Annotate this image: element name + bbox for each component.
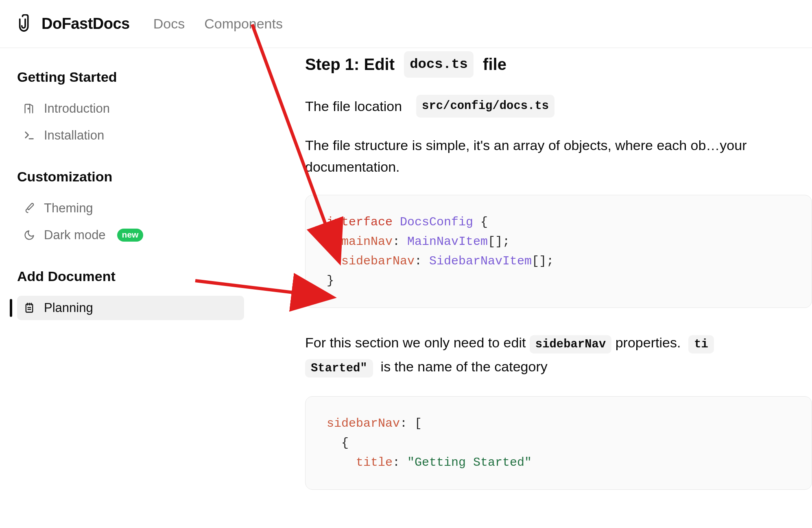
doc-content: Step 1: Edit docs.ts file The file locat… — [244, 48, 812, 513]
new-badge: new — [117, 229, 144, 242]
heading-prefix: Step 1: Edit — [305, 52, 395, 77]
nav-components[interactable]: Components — [204, 16, 283, 32]
sidebar-item-installation[interactable]: Installation — [17, 123, 244, 148]
inline-code: sidebarNav — [530, 335, 611, 353]
edit-note-paragraph: For this section we only need to edit si… — [305, 331, 812, 379]
file-path-code: src/config/docs.ts — [416, 95, 554, 118]
sidebar-item-introduction[interactable]: Introduction — [17, 96, 244, 121]
brush-icon — [23, 202, 36, 215]
code-block-sidebarnav: sidebarNav: [ { title: "Getting Started" — [305, 396, 812, 490]
text: is the name of the category — [381, 359, 548, 374]
svg-point-0 — [28, 108, 29, 109]
door-icon — [23, 102, 36, 115]
nav-docs[interactable]: Docs — [153, 16, 185, 32]
notepad-icon — [23, 301, 36, 314]
sidebar-item-label: Planning — [44, 301, 93, 315]
app-header: DoFastDocs Docs Components — [0, 0, 812, 48]
inline-code: Started" — [305, 359, 373, 377]
text: The file location — [305, 96, 402, 117]
code-block-interface: interface DocsConfig { mainNav: MainNavI… — [305, 195, 812, 308]
description-paragraph: The file structure is simple, it's an ar… — [305, 135, 812, 177]
sidebar-section-title: Getting Started — [17, 69, 244, 85]
terminal-icon — [23, 129, 36, 142]
sidebar-section-title: Add Document — [17, 268, 244, 284]
sidebar-item-label: Dark mode — [44, 228, 106, 242]
step-heading: Step 1: Edit docs.ts file — [305, 51, 812, 78]
sidebar-section-title: Customization — [17, 169, 244, 185]
paperclip-icon — [17, 14, 33, 34]
text: For this section we only need to edit — [305, 335, 526, 350]
sidebar-item-label: Theming — [44, 201, 93, 216]
inline-code: ti — [688, 335, 714, 353]
sidebar-item-dark-mode[interactable]: Dark mode new — [17, 223, 244, 247]
sidebar: Getting Started Introduction Installatio… — [0, 48, 244, 513]
heading-code: docs.ts — [404, 51, 474, 78]
file-location-line: The file location src/config/docs.ts — [305, 95, 812, 118]
brand[interactable]: DoFastDocs — [17, 14, 130, 34]
sidebar-item-planning[interactable]: Planning — [17, 296, 244, 320]
sidebar-item-label: Installation — [44, 128, 104, 143]
heading-suffix: file — [483, 52, 506, 77]
sidebar-item-theming[interactable]: Theming — [17, 196, 244, 220]
brand-name: DoFastDocs — [41, 15, 130, 33]
top-nav: Docs Components — [153, 16, 283, 32]
sidebar-item-label: Introduction — [44, 101, 110, 116]
moon-icon — [23, 229, 36, 242]
text: properties. — [616, 335, 681, 350]
